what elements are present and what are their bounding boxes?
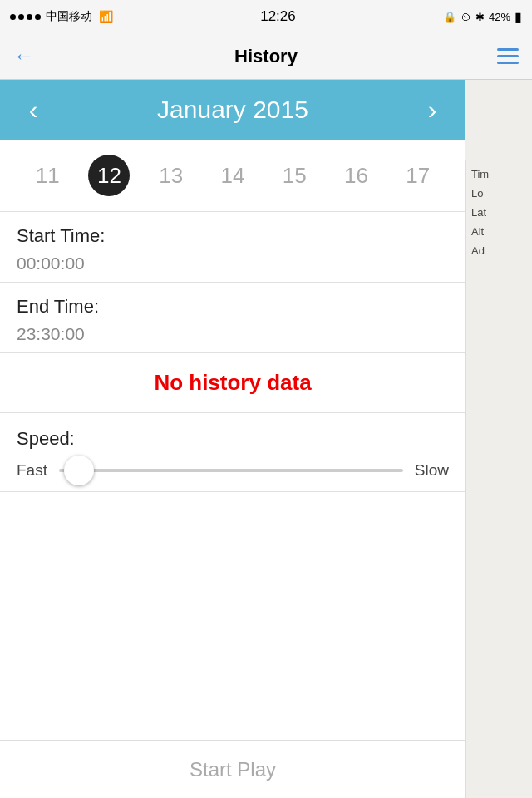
start-play-label: Start Play [190,758,276,781]
start-time-value: 00:00:00 [17,252,449,273]
no-history-message: No history data [17,370,449,396]
speed-row: Fast Slow [17,461,449,480]
back-button[interactable]: ← [13,43,35,69]
menu-button[interactable] [497,48,519,64]
right-panel-alt: Alt [471,225,527,238]
carrier-label: 中国移动 [46,9,92,24]
clock-icon: ⏲ [461,11,471,23]
end-time-section: End Time: 23:30:00 [0,283,466,353]
no-history-section: No history data [0,353,466,413]
day-12[interactable]: 12 [88,155,130,196]
month-header: ‹ January 2015 › [0,80,466,140]
day-11[interactable]: 11 [27,163,68,189]
nav-bar: ← History [0,33,532,80]
day-16[interactable]: 16 [336,163,377,189]
day-selector: 11 12 13 14 15 16 17 [0,140,466,212]
next-month-button[interactable]: › [416,95,449,126]
right-panel-time: Tim [471,168,527,180]
month-title: January 2015 [157,96,308,124]
time-display: 12:26 [260,8,296,25]
speed-label: Speed: [17,428,449,450]
status-bar: 中国移动 📶 12:26 🔒 ⏲ ✱ 42% ▮ [0,0,532,33]
menu-line-2 [497,55,519,57]
wifi-icon: 📶 [97,10,113,23]
end-time-label: End Time: [17,296,449,318]
day-15[interactable]: 15 [273,163,315,189]
battery-label: 42% [489,11,510,23]
menu-line-3 [497,62,519,64]
slow-label: Slow [415,461,449,480]
battery-icon: ▮ [515,9,522,25]
speed-slider-track[interactable] [59,469,403,472]
main-content: ‹ January 2015 › 11 12 13 14 15 16 17 St… [0,80,466,798]
day-14[interactable]: 14 [212,163,254,189]
right-panel-lon: Lo [471,187,527,200]
start-play-button[interactable]: Start Play [0,740,466,798]
start-time-section: Start Time: 00:00:00 [0,212,466,283]
speed-section: Speed: Fast Slow [0,413,466,492]
page-title: History [234,46,298,67]
speed-slider-thumb[interactable] [64,456,94,485]
start-time-label: Start Time: [17,225,449,247]
lock-icon: 🔒 [443,11,456,23]
fast-label: Fast [17,461,47,480]
status-right: 🔒 ⏲ ✱ 42% ▮ [443,9,522,25]
prev-month-button[interactable]: ‹ [17,95,50,126]
day-17[interactable]: 17 [397,163,439,189]
menu-line-1 [497,48,519,51]
bluetooth-icon: ✱ [475,11,485,23]
end-time-value: 23:30:00 [17,323,449,344]
right-panel-lat: Lat [471,206,527,219]
status-left: 中国移动 📶 [10,9,113,24]
day-13[interactable]: 13 [150,163,192,189]
signal-dots [10,14,41,20]
right-panel-ad: Ad [471,244,527,257]
right-panel: Tim Lo Lat Alt Ad [466,160,532,798]
